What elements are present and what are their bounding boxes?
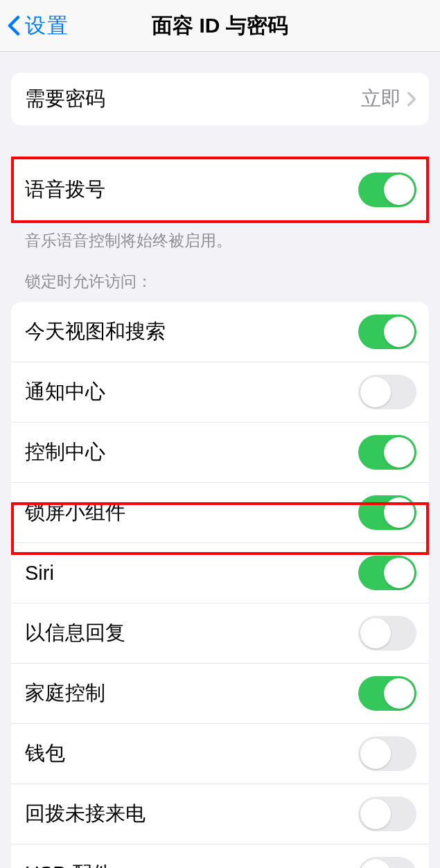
locked-item-row: 通知中心 — [11, 362, 429, 423]
locked-item-label: 通知中心 — [25, 378, 105, 406]
voice-dial-toggle[interactable] — [358, 172, 416, 207]
locked-item-label: 控制中心 — [25, 439, 105, 466]
locked-item-row: 控制中心 — [11, 423, 429, 483]
nav-bar: 设置 面容 ID 与密码 — [0, 0, 440, 52]
voice-dial-row: 语音拨号 — [11, 159, 429, 221]
locked-item-label: 回拨未接来电 — [25, 800, 146, 828]
locked-item-toggle[interactable] — [358, 495, 416, 530]
voice-dial-footer: 音乐语音控制将始终被启用。 — [11, 221, 429, 251]
locked-item-row: 回拨未接来电 — [11, 784, 429, 844]
require-passcode-label: 需要密码 — [25, 85, 105, 113]
back-label: 设置 — [25, 12, 69, 40]
locked-item-row: Siri — [11, 543, 429, 603]
back-button[interactable]: 设置 — [0, 12, 69, 40]
voice-dial-label: 语音拨号 — [25, 176, 105, 204]
locked-item-toggle[interactable] — [358, 556, 416, 590]
locked-item-toggle[interactable] — [358, 315, 416, 349]
locked-item-label: 今天视图和搜索 — [25, 318, 166, 346]
require-passcode-group: 需要密码 立即 — [11, 73, 429, 125]
chevron-left-icon — [7, 15, 21, 36]
locked-access-group: 今天视图和搜索通知中心控制中心锁屏小组件Siri以信息回复家庭控制钱包回拨未接来… — [11, 302, 429, 868]
locked-item-label: 锁屏小组件 — [25, 499, 125, 526]
locked-item-row: USB 配件 — [11, 844, 429, 868]
locked-item-label: USB 配件 — [25, 860, 112, 868]
locked-item-row: 锁屏小组件 — [11, 483, 429, 543]
locked-item-toggle[interactable] — [358, 736, 416, 771]
locked-item-toggle[interactable] — [358, 676, 416, 711]
locked-item-label: 家庭控制 — [25, 680, 105, 707]
locked-item-row: 钱包 — [11, 724, 429, 784]
chevron-right-icon — [407, 91, 416, 107]
locked-item-label: Siri — [25, 562, 54, 585]
require-passcode-row[interactable]: 需要密码 立即 — [11, 73, 429, 125]
locked-item-label: 以信息回复 — [25, 619, 125, 647]
voice-dial-group: 语音拨号 — [11, 159, 429, 221]
locked-item-toggle[interactable] — [358, 435, 416, 470]
page-title: 面容 ID 与密码 — [152, 12, 288, 40]
locked-item-toggle[interactable] — [358, 797, 416, 831]
locked-item-toggle[interactable] — [358, 375, 416, 409]
locked-item-toggle[interactable] — [358, 857, 416, 868]
locked-item-label: 钱包 — [25, 740, 65, 768]
locked-item-row: 今天视图和搜索 — [11, 302, 429, 362]
locked-item-toggle[interactable] — [358, 616, 416, 650]
locked-item-row: 以信息回复 — [11, 603, 429, 664]
require-passcode-value: 立即 — [361, 85, 416, 113]
locked-item-row: 家庭控制 — [11, 664, 429, 724]
locked-access-header: 锁定时允许访问： — [11, 251, 429, 292]
